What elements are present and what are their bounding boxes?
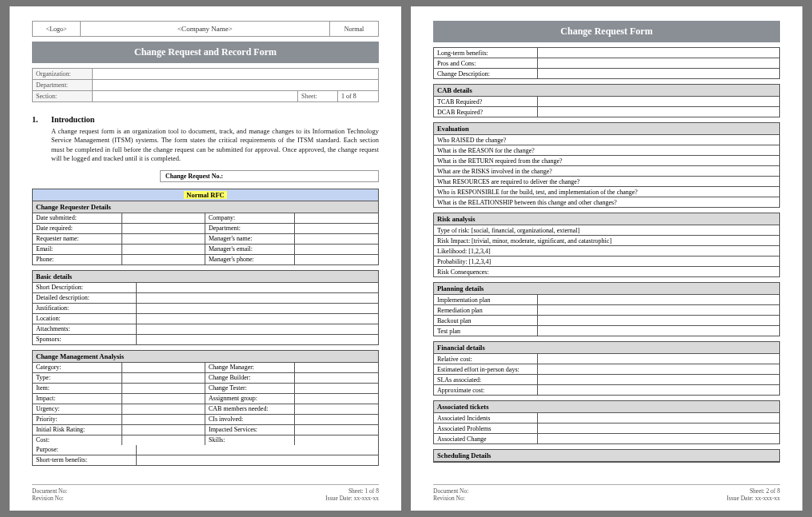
field-value[interactable] [538,48,779,58]
field-value[interactable] [538,58,779,68]
table-row: Approximate cost: [434,385,779,395]
cma-tail: Purpose:Short-term benefits: [33,445,378,465]
field-label: What is the RELATIONSHIP between this ch… [434,197,779,207]
field-label: Purpose: [33,445,137,455]
risk-header: Risk analysis [434,213,779,225]
field-value[interactable] [137,283,378,292]
table-row: Who RAISED the change? [434,135,779,145]
field-value[interactable] [538,326,779,336]
table-row: Backout plan [434,316,779,326]
footer-rev-2: Revision No: [433,495,468,503]
field-value[interactable] [295,224,378,233]
table-row: Phone:Manager's phone: [33,255,378,264]
field-value[interactable] [122,245,205,254]
table-row: Requester name:Manager's name: [33,234,378,245]
table-row: SLAs associated: [434,375,779,385]
field-value[interactable] [538,305,779,315]
field-label: Justification: [33,304,137,313]
field-value[interactable] [122,425,205,435]
field-value[interactable] [538,69,779,78]
field-value[interactable] [137,304,378,313]
field-label: TCAB Required? [434,97,538,106]
field-value[interactable] [538,295,779,304]
field-label: Impact: [33,394,122,404]
field-value[interactable] [122,363,205,372]
page-1: <Logo> <Company Name> Normal Change Requ… [10,6,401,511]
field-value[interactable] [295,213,378,223]
field-value[interactable] [295,363,378,372]
field-value[interactable] [137,324,378,334]
field-label: Estimated effort in-person days: [434,364,538,374]
field-label: Type: [33,373,122,383]
field-value[interactable] [122,435,205,445]
field-value[interactable] [538,354,779,364]
field-value[interactable] [122,415,205,424]
section-value[interactable] [93,91,298,101]
field-label: Long-term benefits: [434,48,538,58]
table-row: Associated Incidents [434,413,779,424]
field-value[interactable] [295,394,378,404]
field-label: Phone: [33,255,122,264]
field-value[interactable] [122,213,205,223]
field-value[interactable] [295,384,378,393]
table-row: Justification: [33,304,378,314]
basic-header: Basic details [33,271,378,283]
normal-cell: Normal [330,22,378,36]
dept-value[interactable] [93,80,378,90]
field-value[interactable] [538,316,779,325]
table-row: What RESOURCES are required to deliver t… [434,177,779,187]
field-value[interactable] [122,394,205,404]
field-label: Cost: [33,435,122,445]
field-value[interactable] [538,424,779,433]
field-value[interactable] [137,293,378,303]
field-value[interactable] [137,314,378,324]
field-value[interactable] [538,375,779,384]
eval-header: Evaluation [434,123,779,135]
field-value[interactable] [295,415,378,424]
field-value[interactable] [295,435,378,445]
table-row: Likelihood: [1,2,3,4] [434,246,779,257]
field-label: Risk Consequences: [434,267,779,276]
table-row: Category:Change Manager: [33,363,378,373]
field-value[interactable] [295,255,378,264]
plan-header: Planning details [434,283,779,295]
field-value[interactable] [137,455,378,465]
field-value[interactable] [538,364,779,374]
field-value[interactable] [137,335,378,344]
field-value[interactable] [122,373,205,383]
field-value[interactable] [137,445,378,455]
logo-cell: <Logo> [33,22,81,36]
eval-rows: Who RAISED the change?What is the REASON… [434,135,779,207]
field-value[interactable] [538,434,779,443]
org-value[interactable] [93,69,378,79]
field-value[interactable] [538,385,779,395]
field-value[interactable] [295,373,378,383]
field-value[interactable] [538,107,779,117]
fin-table: Financial details Relative cost:Estimate… [433,341,780,396]
basic-table: Basic details Short Description:Detailed… [32,270,379,345]
table-row: Remediation plan [434,305,779,316]
field-value[interactable] [295,234,378,244]
field-label: Change Description: [434,69,538,78]
field-value[interactable] [295,245,378,254]
footer-1: Document No: Revision No: Sheet: 1 of 8 … [32,484,379,503]
change-request-no-box[interactable]: Change Request No.: [160,170,379,182]
field-value[interactable] [122,404,205,414]
field-value[interactable] [122,255,205,264]
field-value[interactable] [122,384,205,393]
field-value[interactable] [538,413,779,423]
table-row: Cost:Skills: [33,435,378,445]
table-row: Estimated effort in-person days: [434,364,779,375]
table-row: Detailed description: [33,293,378,304]
field-label: Item: [33,384,122,393]
field-value[interactable] [538,97,779,106]
field-label: Impacted Services: [205,425,295,435]
field-value[interactable] [295,425,378,435]
field-value[interactable] [122,234,205,244]
field-value[interactable] [122,224,205,233]
table-row: Long-term benefits: [434,48,779,58]
field-label: Manager's phone: [205,255,295,264]
field-value[interactable] [295,404,378,414]
field-label: Associated Incidents [434,413,538,423]
section-1-head: 1. Introduction [32,115,379,124]
